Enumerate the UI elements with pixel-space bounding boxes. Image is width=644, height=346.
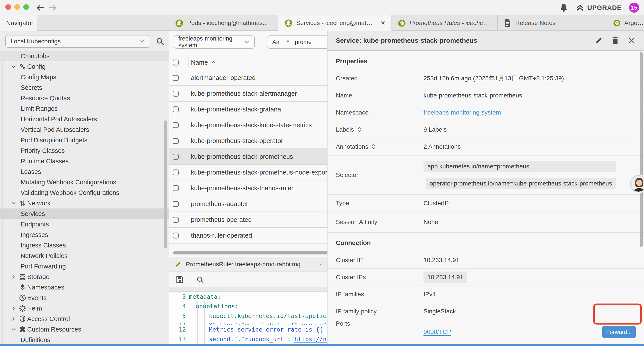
tab-argo[interactable]: Argo Se bbox=[607, 15, 644, 31]
sidebar-item-horizontal-pod-autoscalers[interactable]: Horizontal Pod Autoscalers bbox=[0, 114, 169, 124]
namespace-link[interactable]: freeleaps-monitoring-system bbox=[424, 109, 501, 116]
sidebar-item-runtime-classes[interactable]: Runtime Classes bbox=[0, 156, 169, 166]
sidebar-scrollbar[interactable] bbox=[164, 120, 167, 249]
sidebar-item-label: Access Control bbox=[27, 315, 70, 323]
row-checkbox[interactable] bbox=[173, 201, 179, 207]
sidebar-item-namespaces[interactable]: Namespaces bbox=[0, 282, 169, 293]
chevron-right-icon[interactable] bbox=[10, 274, 18, 280]
detail-title: Service: kube-prometheus-stack-prometheu… bbox=[336, 37, 477, 44]
detail-scrollbar[interactable] bbox=[640, 52, 643, 247]
notification-count-badge[interactable]: 15 bbox=[629, 3, 639, 13]
sidebar-item-vertical-pod-autoscalers[interactable]: Vertical Pod Autoscalers bbox=[0, 124, 169, 135]
search-icon[interactable] bbox=[156, 37, 164, 46]
close-tab-icon[interactable]: ✕ bbox=[380, 20, 385, 26]
detail-key: Selector bbox=[328, 171, 424, 178]
detail-value: 10.233.14.91 bbox=[424, 257, 460, 264]
row-checkbox[interactable] bbox=[173, 91, 179, 97]
chevron-down-icon[interactable] bbox=[10, 326, 18, 333]
row-checkbox[interactable] bbox=[173, 154, 179, 160]
value-chip: 10.233.14.91 bbox=[424, 272, 467, 283]
sidebar-item-config-maps[interactable]: Config Maps bbox=[0, 72, 169, 82]
navigator-panel-tab[interactable]: Navigator bbox=[0, 15, 37, 31]
sidebar-item-label: Endpoints bbox=[20, 221, 49, 228]
sidebar-item-storage[interactable]: Storage bbox=[0, 272, 169, 282]
tab-services[interactable]: Services - icecheng@math...✕ bbox=[278, 15, 392, 31]
close-window-button[interactable] bbox=[5, 4, 11, 10]
tab-label: Prometheus Rules - icecheng... bbox=[410, 19, 491, 26]
sidebar-item-pod-disruption-budgets[interactable]: Pod Disruption Budgets bbox=[0, 135, 169, 145]
sidebar-item-validating-webhook-configurations[interactable]: Validating Webhook Configurations bbox=[0, 187, 169, 198]
service-detail-panel: Service: kube-prometheus-stack-prometheu… bbox=[327, 31, 644, 344]
forward-button[interactable]: Forward... bbox=[602, 326, 636, 338]
editor-tab-partial[interactable] bbox=[314, 257, 328, 272]
chevron-down-icon[interactable] bbox=[10, 63, 18, 70]
namespace-filter-select[interactable]: freeleaps-monitoring-system bbox=[174, 35, 255, 49]
row-checkbox[interactable] bbox=[173, 138, 179, 144]
detail-value: 2 Annotations bbox=[424, 143, 461, 150]
row-checkbox[interactable] bbox=[173, 217, 179, 223]
line-number: 11 bbox=[169, 321, 186, 325]
sidebar-item-network[interactable]: Network bbox=[0, 198, 169, 209]
sidebar-item-ingress-classes[interactable]: Ingress Classes bbox=[0, 240, 169, 251]
sidebar-item-endpoints[interactable]: Endpoints bbox=[0, 219, 169, 230]
row-checkbox[interactable] bbox=[173, 233, 179, 239]
row-checkbox[interactable] bbox=[173, 122, 179, 128]
detail-key: Name bbox=[328, 92, 424, 99]
sidebar-item-label: Custom Resources bbox=[27, 326, 81, 333]
tab-pods[interactable]: Pods - icecheng@mathmas... bbox=[169, 15, 278, 31]
trash-icon[interactable] bbox=[612, 36, 619, 45]
minimize-window-button[interactable] bbox=[14, 4, 20, 10]
service-name-cell: kube-prometheus-stack-operator bbox=[191, 137, 283, 145]
layers-diamond-icon bbox=[18, 284, 27, 291]
gears-icon bbox=[18, 63, 27, 70]
tab-prometheus[interactable]: Prometheus Rules - icecheng... bbox=[392, 15, 498, 31]
tab-release[interactable]: Release Notes bbox=[498, 15, 607, 31]
row-checkbox[interactable] bbox=[173, 75, 179, 81]
sidebar-item-priority-classes[interactable]: Priority Classes bbox=[0, 145, 169, 156]
maximize-window-button[interactable] bbox=[23, 4, 29, 10]
chevron-right-icon[interactable] bbox=[10, 316, 18, 322]
sidebar-item-secrets[interactable]: Secrets bbox=[0, 82, 169, 93]
editor-tab-prometheusrule[interactable]: PrometheusRule: freeleaps-prod-rabbitmq bbox=[169, 257, 314, 272]
sidebar-item-definitions[interactable]: Definitions bbox=[0, 335, 169, 344]
detail-key: Type bbox=[328, 200, 424, 207]
port-link[interactable]: 9090/TCP bbox=[424, 329, 451, 336]
kubeconfig-selector[interactable]: Local Kubeconfigs bbox=[5, 35, 150, 48]
sidebar-item-ingresses[interactable]: Ingresses bbox=[0, 230, 169, 240]
detail-row-cluster-ip: Cluster IP10.233.14.91 bbox=[328, 252, 644, 269]
name-column-header[interactable]: Name bbox=[191, 59, 208, 66]
bell-icon[interactable] bbox=[560, 3, 568, 12]
sidebar-item-custom-resources[interactable]: Custom Resources bbox=[0, 324, 169, 335]
sidebar-item-config[interactable]: Config bbox=[0, 61, 169, 72]
sidebar-item-events[interactable]: Events bbox=[0, 293, 169, 303]
row-checkbox[interactable] bbox=[173, 169, 179, 175]
regex-toggle[interactable]: .* bbox=[285, 39, 289, 45]
upgrade-button[interactable]: UPGRADE bbox=[576, 3, 622, 12]
forward-arrow-icon[interactable] bbox=[48, 3, 58, 13]
match-case-toggle[interactable]: Aa bbox=[272, 39, 280, 45]
sort-toggle-icon[interactable] bbox=[371, 143, 376, 150]
chevron-down-icon[interactable] bbox=[10, 200, 18, 206]
sidebar-item-services[interactable]: Services bbox=[0, 209, 169, 219]
sidebar-item-network-policies[interactable]: Network Policies bbox=[0, 251, 169, 261]
tab-label: Argo Se bbox=[624, 19, 644, 26]
sidebar-item-mutating-webhook-configurations[interactable]: Mutating Webhook Configurations bbox=[0, 177, 169, 187]
sidebar-item-resource-quotas[interactable]: Resource Quotas bbox=[0, 93, 169, 103]
chevron-right-icon[interactable] bbox=[10, 305, 18, 311]
back-arrow-icon[interactable] bbox=[35, 3, 45, 13]
row-checkbox[interactable] bbox=[173, 185, 179, 191]
row-checkbox[interactable] bbox=[173, 106, 179, 112]
detail-row-type: TypeClusterIP bbox=[328, 195, 644, 212]
edit-pencil-icon[interactable] bbox=[595, 36, 603, 44]
select-all-checkbox[interactable] bbox=[173, 59, 179, 65]
sidebar-item-port-forwarding[interactable]: Port Forwarding bbox=[0, 261, 169, 272]
sidebar-item-limit-ranges[interactable]: Limit Ranges bbox=[0, 103, 169, 114]
editor-search-icon[interactable] bbox=[196, 276, 204, 284]
sidebar-item-cron-jobs[interactable]: Cron Jobs bbox=[0, 51, 169, 61]
sidebar-item-access-control[interactable]: Access Control bbox=[0, 314, 169, 324]
close-icon[interactable] bbox=[628, 37, 635, 44]
save-icon[interactable] bbox=[175, 275, 184, 284]
sidebar-item-leases[interactable]: Leases bbox=[0, 166, 169, 177]
sort-toggle-icon[interactable] bbox=[357, 126, 362, 133]
sidebar-item-helm[interactable]: Helm bbox=[0, 303, 169, 314]
